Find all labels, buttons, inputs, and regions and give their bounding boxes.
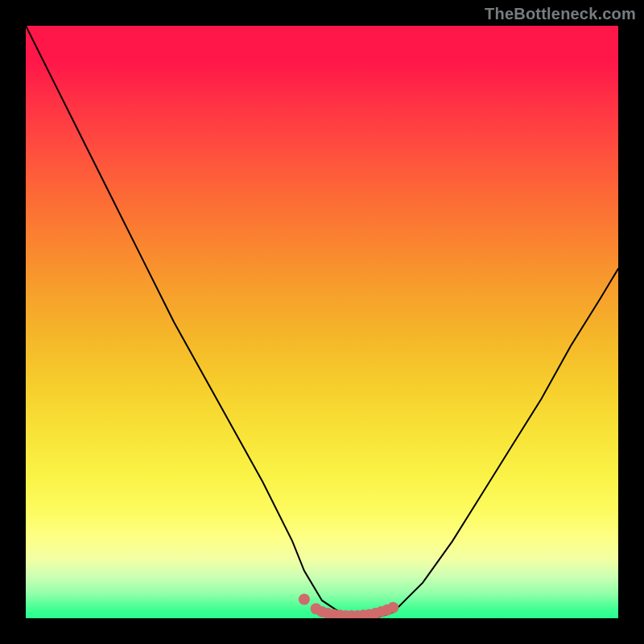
bottom-highlight-dots <box>299 593 398 618</box>
curve-path <box>26 26 618 618</box>
bottleneck-curve <box>26 26 618 618</box>
watermark-text: TheBottleneck.com <box>485 5 636 23</box>
highlight-dot <box>387 602 398 613</box>
solo-highlight-dot <box>299 595 308 604</box>
plot-area <box>26 26 618 618</box>
